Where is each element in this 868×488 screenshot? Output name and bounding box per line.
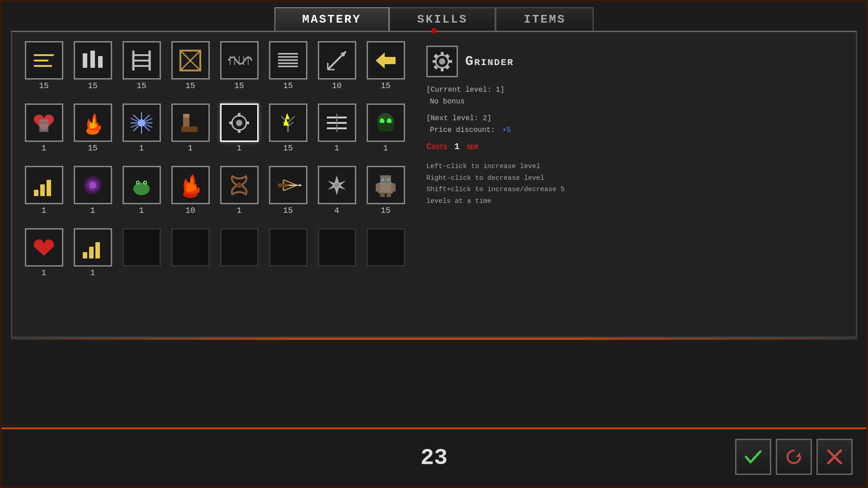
skill-item-30 xyxy=(314,228,359,287)
skill-item-7[interactable]: 15 xyxy=(363,41,408,100)
skill-item-1[interactable]: 15 xyxy=(70,41,115,100)
skill-item-3[interactable]: 15 xyxy=(168,41,213,100)
skill-detail-icon xyxy=(426,46,458,77)
skill-item-14[interactable]: 1 xyxy=(314,103,359,162)
skill-item-16[interactable]: 1 xyxy=(21,166,66,225)
svg-rect-104 xyxy=(448,60,452,63)
svg-rect-96 xyxy=(83,252,87,258)
svg-rect-30 xyxy=(39,119,48,132)
skill-icon-pillars xyxy=(74,41,112,80)
svg-point-70 xyxy=(133,183,150,195)
skill-icon-empty xyxy=(269,228,307,267)
skill-item-29 xyxy=(265,228,311,287)
skill-item-21[interactable]: 15 xyxy=(265,166,311,225)
skill-item-0[interactable]: 15 xyxy=(21,41,66,100)
svg-rect-103 xyxy=(433,60,436,63)
skill-item-9[interactable]: 15 xyxy=(70,103,115,162)
svg-rect-29 xyxy=(385,57,396,64)
skill-icon-golem xyxy=(367,166,405,204)
checkmark-icon xyxy=(743,447,763,467)
skill-level-9: 15 xyxy=(88,144,98,153)
orange-accent-line xyxy=(11,338,857,340)
skill-icon-boot xyxy=(171,103,210,142)
skill-item-23[interactable]: 15 xyxy=(363,166,408,225)
skill-level-19: 10 xyxy=(185,206,195,215)
skill-icon-demon_skull xyxy=(367,103,405,142)
svg-rect-91 xyxy=(391,183,396,192)
svg-point-100 xyxy=(439,58,445,65)
skill-icon-wave xyxy=(220,41,259,80)
reset-button[interactable] xyxy=(776,439,812,475)
skill-item-6[interactable]: 10 xyxy=(314,41,359,100)
svg-rect-48 xyxy=(245,122,249,124)
current-bonus: No bonus xyxy=(426,96,838,108)
skill-level-20: 1 xyxy=(237,206,242,215)
main-content: 151515151515101511511115111111011541511 xyxy=(11,31,857,338)
skill-item-2[interactable]: 15 xyxy=(119,41,164,100)
hint-line4: levels at a time xyxy=(426,196,838,207)
tab-items[interactable]: Items xyxy=(495,7,594,31)
skill-icon-bars_gold2 xyxy=(74,228,112,267)
hint-section: Left-click to increase level Right-click… xyxy=(426,161,838,207)
skill-level-22: 4 xyxy=(335,206,340,215)
svg-rect-42 xyxy=(183,114,189,117)
tab-mastery[interactable]: Mastery xyxy=(274,7,389,31)
skill-level-17: 1 xyxy=(90,206,95,215)
svg-rect-66 xyxy=(47,180,51,196)
hint-line2: Right-click to decrease level xyxy=(426,173,838,184)
skill-item-27 xyxy=(168,228,213,287)
skill-item-20[interactable]: 1 xyxy=(217,166,262,225)
skill-item-8[interactable]: 1 xyxy=(21,103,66,162)
skill-item-24[interactable]: 1 xyxy=(21,228,66,287)
red-dot-indicator xyxy=(431,28,437,33)
svg-rect-106 xyxy=(445,54,450,58)
skill-item-15[interactable]: 1 xyxy=(363,103,408,162)
skill-icon-frog xyxy=(123,166,161,204)
skill-icon-fire_red xyxy=(171,166,210,204)
svg-rect-90 xyxy=(376,183,380,192)
svg-rect-102 xyxy=(441,68,443,71)
gem-count: 23 xyxy=(420,445,448,471)
svg-point-78 xyxy=(236,183,242,188)
skill-icon-fire xyxy=(74,103,112,142)
skill-level-3: 15 xyxy=(185,81,195,90)
svg-rect-93 xyxy=(387,192,391,197)
skill-item-5[interactable]: 15 xyxy=(265,41,311,100)
skill-item-19[interactable]: 10 xyxy=(168,166,213,225)
next-level-section: [Next level: 2] Price discount: •5 xyxy=(426,113,838,136)
info-panel: Grinder [Current level: 1] No bonus [Nex… xyxy=(417,41,847,328)
svg-point-44 xyxy=(236,120,242,126)
skill-icon-empty xyxy=(367,228,405,267)
skill-item-12[interactable]: 1 xyxy=(217,103,262,162)
bottom-buttons xyxy=(735,439,853,475)
skill-icon-heart_armor xyxy=(25,103,63,142)
skill-level-24: 1 xyxy=(42,268,47,277)
tab-skills[interactable]: Skills xyxy=(389,7,496,31)
skill-icon-arrow_left xyxy=(367,41,405,80)
skill-item-13[interactable]: 15 xyxy=(265,103,311,162)
skill-icon-rope xyxy=(220,166,259,204)
skill-item-18[interactable]: 1 xyxy=(119,166,164,225)
svg-rect-5 xyxy=(98,56,103,68)
skill-level-16: 1 xyxy=(42,206,47,215)
skill-level-14: 1 xyxy=(335,144,340,153)
skill-icon-lines_h2 xyxy=(318,103,356,142)
skill-level-2: 15 xyxy=(137,81,146,90)
skill-icon-lightning_tree xyxy=(269,103,307,142)
skill-item-25[interactable]: 1 xyxy=(70,228,115,287)
skill-item-4[interactable]: 15 xyxy=(217,41,262,100)
skill-item-10[interactable]: 1 xyxy=(119,103,164,162)
svg-rect-47 xyxy=(229,122,233,124)
skill-level-25: 1 xyxy=(90,268,95,277)
svg-rect-101 xyxy=(441,52,443,56)
skill-item-11[interactable]: 1 xyxy=(168,103,213,162)
skill-item-22[interactable]: 4 xyxy=(314,166,359,225)
skill-level-0: 15 xyxy=(39,81,49,90)
skill-icon-shuriken xyxy=(318,166,356,204)
skill-icon-empty xyxy=(123,228,161,267)
confirm-button[interactable] xyxy=(735,439,771,475)
costs-section: Costs 1 gem xyxy=(426,141,838,152)
svg-point-75 xyxy=(137,182,139,183)
skill-item-17[interactable]: 1 xyxy=(70,166,115,225)
cancel-button[interactable] xyxy=(816,439,853,475)
